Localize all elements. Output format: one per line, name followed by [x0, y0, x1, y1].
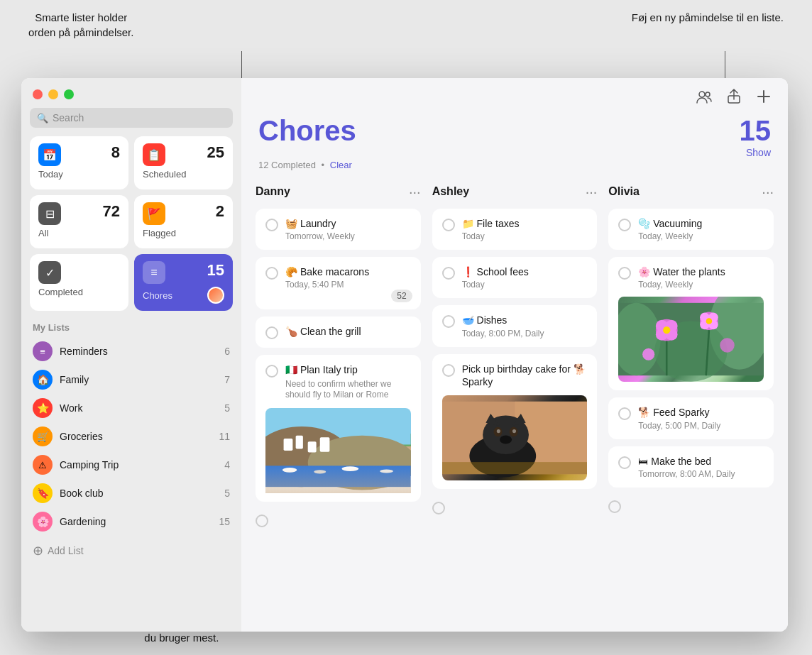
- add-reminder-button[interactable]: [754, 87, 774, 106]
- completed-row: 12 Completed • Clear: [258, 160, 771, 170]
- column-more-danny[interactable]: ···: [409, 185, 421, 199]
- task-checkbox-sparky[interactable]: [618, 407, 631, 420]
- svg-rect-10: [265, 466, 411, 487]
- task-birthday-cake: Pick up birthday cake for 🐕 Sparky: [432, 354, 598, 489]
- task-image-flowers: [618, 297, 764, 382]
- column-danny: Danny ··· 🧺 Laundry Tomorrow, Weekly: [256, 182, 421, 632]
- task-checkbox-cake[interactable]: [442, 364, 455, 377]
- add-list-label: Add List: [48, 545, 84, 556]
- gardening-name: Gardening: [60, 516, 212, 527]
- groceries-name: Groceries: [60, 431, 212, 442]
- chores-label: Chores: [143, 290, 172, 301]
- column-more-ashley[interactable]: ···: [586, 185, 598, 199]
- task-checkbox-vacuuming[interactable]: [618, 219, 631, 231]
- today-label: Today: [38, 169, 120, 180]
- svg-point-1: [706, 92, 710, 97]
- task-name-cake: Pick up birthday cake for 🐕 Sparky: [462, 363, 588, 388]
- list-item-groceries[interactable]: 🛒 Groceries 11: [21, 422, 241, 451]
- task-make-bed: 🛏 Make the bed Tomorrow, 8:00 AM, Daily: [608, 446, 774, 488]
- task-checkbox-grill[interactable]: [265, 326, 278, 339]
- smart-card-all[interactable]: ⊟ 72 All: [30, 195, 128, 248]
- add-task-olivia: [608, 495, 774, 519]
- task-image-dog: [442, 395, 588, 480]
- task-sub-plants: Today, Weekly: [638, 280, 764, 290]
- add-list-button[interactable]: ⊕ Add List: [21, 539, 241, 563]
- task-sub-school: Today: [462, 280, 588, 290]
- work-icon: ⭐: [33, 398, 53, 418]
- task-checkbox-dishes[interactable]: [442, 315, 455, 328]
- column-name-danny: Danny: [256, 185, 290, 198]
- smart-card-today[interactable]: 📅 8 Today: [30, 136, 128, 189]
- task-checkbox-macarons[interactable]: [265, 267, 278, 280]
- clear-button[interactable]: Clear: [330, 160, 352, 170]
- list-item-reminders[interactable]: ≡ Reminders 6: [21, 337, 241, 365]
- work-count: 5: [224, 402, 230, 414]
- task-name-bed: 🛏 Make the bed: [638, 455, 764, 468]
- chores-avatar: [207, 287, 224, 304]
- svg-point-13: [341, 466, 358, 471]
- list-item-camping[interactable]: ⚠ Camping Trip 4: [21, 451, 241, 479]
- column-header-danny: Danny ···: [256, 182, 421, 202]
- groceries-icon: 🛒: [33, 426, 53, 446]
- task-checkbox-school[interactable]: [442, 267, 455, 280]
- task-water-plants: 🌸 Water the plants Today, Weekly: [608, 257, 774, 390]
- svg-point-21: [496, 429, 500, 433]
- task-image-italy: [265, 408, 411, 493]
- add-task-circle-ashley[interactable]: [432, 502, 445, 514]
- share-users-icon: [696, 89, 712, 104]
- list-item-work[interactable]: ⭐ Work 5: [21, 394, 241, 422]
- task-sub-dishes: Today, 8:00 PM, Daily: [462, 329, 588, 338]
- task-checkbox-italy[interactable]: [265, 365, 278, 378]
- task-sub-vacuuming: Today, Weekly: [638, 231, 764, 241]
- fullscreen-button[interactable]: [64, 89, 74, 99]
- family-name: Family: [60, 374, 217, 385]
- smart-card-completed[interactable]: ✓ Completed: [30, 254, 128, 311]
- search-placeholder: Search: [53, 112, 84, 123]
- task-dishes: 🥣 Dishes Today, 8:00 PM, Daily: [432, 305, 598, 346]
- add-task-circle-danny[interactable]: [256, 514, 268, 527]
- family-icon: 🏠: [33, 370, 53, 390]
- column-olivia: Olivia ··· 🫧 Vacuuming Today, Weekly: [608, 182, 774, 632]
- column-more-olivia[interactable]: ···: [762, 185, 774, 199]
- list-item-family[interactable]: 🏠 Family 7: [21, 365, 241, 394]
- add-list-icon: ⊕: [33, 543, 43, 558]
- all-count: 72: [103, 202, 120, 221]
- svg-point-14: [380, 469, 393, 473]
- task-name-sparky: 🐕 Feed Sparky: [638, 406, 764, 419]
- reminders-name: Reminders: [60, 346, 217, 357]
- chores-icon: ≡: [143, 261, 165, 284]
- list-count: 15: [740, 115, 772, 147]
- show-button[interactable]: Show: [740, 147, 772, 158]
- camping-count: 4: [224, 459, 230, 470]
- task-name-plants: 🌸 Water the plants: [638, 265, 764, 278]
- list-item-gardening[interactable]: 🌸 Gardening 15: [21, 507, 241, 536]
- scheduled-label: Scheduled: [143, 169, 224, 180]
- share-button[interactable]: [724, 87, 744, 106]
- svg-rect-8: [308, 441, 317, 452]
- minimize-button[interactable]: [48, 89, 58, 99]
- list-item-bookclub[interactable]: 🔖 Book club 5: [21, 479, 241, 507]
- task-checkbox-bed[interactable]: [618, 456, 631, 469]
- svg-point-23: [500, 436, 512, 444]
- share-users-button[interactable]: [694, 87, 714, 106]
- close-button[interactable]: [33, 89, 43, 99]
- task-checkbox-laundry[interactable]: [265, 219, 278, 231]
- task-note-italy: Need to confirm whether we should fly to…: [285, 379, 411, 401]
- smart-card-scheduled[interactable]: 📋 25 Scheduled: [134, 136, 233, 189]
- task-sub-laundry: Tomorrow, Weekly: [285, 231, 411, 241]
- smart-card-chores[interactable]: ≡ 15 Chores: [134, 254, 233, 311]
- sidebar: 🔍 Search 📅 8 Today 📋 25 Scheduled: [21, 78, 241, 632]
- flagged-label: Flagged: [143, 228, 224, 238]
- gardening-count: 15: [219, 516, 230, 527]
- add-task-circle-olivia[interactable]: [608, 500, 621, 513]
- task-name-grill: 🍗 Clean the grill: [285, 325, 411, 338]
- task-checkbox-plants[interactable]: [618, 267, 631, 280]
- smart-card-flagged[interactable]: 🚩 2 Flagged: [134, 195, 233, 248]
- callout-top-left: Smarte lister holder orden på påmindelse…: [28, 10, 133, 40]
- columns-container: Danny ··· 🧺 Laundry Tomorrow, Weekly: [241, 182, 788, 632]
- task-checkbox-taxes[interactable]: [442, 219, 455, 231]
- search-bar[interactable]: 🔍 Search: [30, 108, 233, 128]
- column-header-olivia: Olivia ···: [608, 182, 774, 202]
- task-sub-bed: Tomorrow, 8:00 AM, Daily: [638, 469, 764, 479]
- column-name-olivia: Olivia: [608, 185, 640, 198]
